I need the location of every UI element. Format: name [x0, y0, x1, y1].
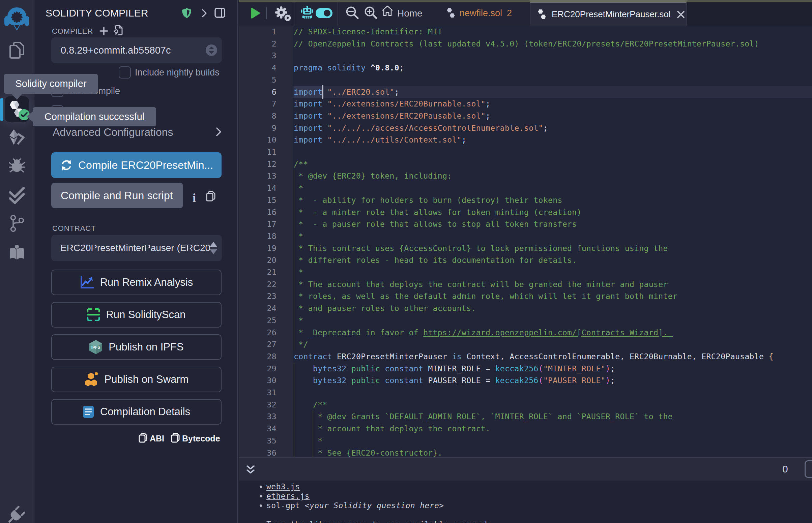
terminal-output[interactable]: web3.jsethers.jssol-gpt <your Solidity q… [239, 481, 812, 523]
publish-swarm-button[interactable]: Publish on Swarm [51, 367, 222, 392]
compile-run-label: Compile and Run script [61, 190, 173, 202]
compiler-license-file-icon[interactable] [114, 25, 123, 36]
compile-and-run-button[interactable]: Compile and Run script [51, 183, 183, 208]
code-line: 15 * - ability for holders to burn (dest… [239, 194, 812, 206]
terminal-listen-count: 0 [782, 458, 788, 481]
active-tab-top-strip [530, 0, 687, 2]
code-line: 13 * @dev {ERC20} token, including: [239, 170, 812, 182]
tooltip-solidity-compiler: Solidity compiler [4, 74, 98, 94]
compilation-details-label: Compilation Details [100, 406, 190, 418]
code-editor[interactable]: 1// SPDX-License-Identifier: MIT2// Open… [239, 25, 812, 457]
compiler-version-select[interactable]: 0.8.29+commit.ab55807c [51, 37, 222, 63]
toolbar-mini-divider [266, 7, 267, 19]
publish-swarm-label: Publish on Swarm [105, 373, 189, 385]
tab-home[interactable]: Home [397, 8, 423, 19]
compile-button-label: Compile ERC20PresetMin... [78, 159, 213, 172]
tooltip-compilation-successful: Compilation successful [33, 107, 156, 126]
terminal-expand-icon[interactable] [246, 465, 255, 474]
code-line: 19 * This contract uses {AccessControl} … [239, 242, 812, 254]
abi-copy-label[interactable]: ABI [150, 434, 164, 444]
add-compiler-icon[interactable] [99, 26, 109, 36]
copy-abi-icon[interactable] [138, 433, 148, 443]
contract-select-arrows-icon [209, 241, 218, 254]
terminal-item[interactable]: web3.js [239, 482, 812, 491]
unit-testing-icon[interactable] [0, 186, 34, 205]
file-explorer-icon[interactable] [0, 41, 34, 59]
run-solidityscan-label: Run SolidityScan [106, 309, 186, 321]
code-line: 16 * - a minter role that allows for tok… [239, 206, 812, 218]
info-icon[interactable]: i [190, 191, 198, 205]
code-line: 1// SPDX-License-Identifier: MIT [239, 25, 812, 38]
active-tab-solidity-icon [538, 9, 546, 20]
svg-text:IPFS: IPFS [91, 345, 101, 350]
copy-script-icon[interactable] [206, 191, 216, 201]
shield-icon [182, 8, 191, 18]
script-config-gear-icon[interactable] [273, 5, 291, 22]
code-line: 21 * [239, 266, 812, 278]
git-branch-icon[interactable] [0, 214, 34, 233]
code-line: 17 * - a pauser role that allows to stop… [239, 218, 812, 230]
terminal-search-box[interactable] [805, 460, 812, 478]
ai-robot-icon[interactable] [301, 6, 313, 20]
advanced-configurations[interactable]: Advanced Configurations [53, 126, 173, 139]
code-line: 12/** [239, 158, 812, 170]
publish-ipfs-label: Publish on IPFS [109, 341, 183, 353]
code-line: 3 [239, 50, 812, 62]
active-plugin-indicator [0, 98, 3, 121]
panel-title: SOLIDITY COMPILER [46, 7, 148, 19]
remix-logo-icon[interactable] [0, 7, 34, 32]
home-icon[interactable] [382, 5, 393, 17]
debugger-bug-icon[interactable] [0, 156, 34, 174]
zoom-out-icon[interactable] [345, 6, 359, 20]
code-line: 10import "../../../utils/Context.sol"; [239, 134, 812, 146]
run-remix-analysis-button[interactable]: Run Remix Analysis [51, 270, 222, 295]
code-line: 18 * [239, 230, 812, 242]
code-line: 14 * [239, 182, 812, 194]
terminal-item[interactable]: ethers.js [239, 491, 812, 501]
compile-button[interactable]: Compile ERC20PresetMin... [51, 152, 222, 178]
copy-bytecode-icon[interactable] [171, 433, 180, 443]
split-panel-icon[interactable] [214, 8, 225, 18]
panel-chevron-right-icon[interactable] [201, 9, 208, 17]
tooltip-solidity-compiler-arrow [12, 94, 22, 100]
tab-newfile[interactable]: newfile.sol [460, 8, 502, 19]
include-nightly-checkbox[interactable] [119, 66, 131, 78]
terminal-bar: 0 [239, 457, 812, 481]
deploy-run-icon[interactable] [0, 129, 34, 146]
code-line: 5 [239, 74, 812, 86]
bytecode-copy-label[interactable]: Bytecode [182, 434, 220, 444]
analysis-chart-icon [80, 276, 94, 289]
learneth-book-icon[interactable] [0, 243, 34, 262]
tab-newfile-badge: 2 [507, 8, 512, 19]
swarm-icon [84, 372, 99, 387]
publish-ipfs-button[interactable]: IPFS Publish on IPFS [51, 334, 222, 360]
toolbar-divider-2 [338, 2, 338, 25]
code-line: 4pragma solidity ^0.8.0; [239, 62, 812, 74]
run-remix-analysis-label: Run Remix Analysis [100, 276, 193, 288]
terminal-item: sol-gpt <your Solidity question here> [239, 501, 812, 510]
zoom-in-icon[interactable] [364, 6, 377, 20]
code-line: 2// OpenZeppelin Contracts (last updated… [239, 38, 812, 50]
play-run-icon[interactable] [250, 7, 260, 19]
code-line: 31 [239, 386, 812, 399]
include-nightly-label: Include nightly builds [135, 67, 219, 78]
code-line: 36 * See {ERC20-constructor}. [239, 447, 812, 457]
code-line: 23 * roles, as well as the default admin… [239, 290, 812, 302]
plugin-manager-plug-icon[interactable] [0, 505, 34, 523]
code-line: 7import "../extensions/ERC20Burnable.sol… [239, 98, 812, 110]
run-solidityscan-button[interactable]: Run SolidityScan [51, 302, 222, 327]
newfile-solidity-icon [447, 7, 455, 19]
tab-bar-empty [687, 2, 812, 25]
code-line: 29 bytes32 public constant MINTER_ROLE =… [239, 363, 812, 375]
advanced-config-chevron-icon[interactable] [215, 127, 222, 136]
refresh-icon [60, 159, 72, 171]
code-line: 20 * different roles - head to its docum… [239, 254, 812, 266]
ai-copilot-toggle[interactable] [316, 8, 333, 18]
close-tab-icon[interactable] [677, 11, 685, 19]
contract-select[interactable]: ERC20PresetMinterPauser (ERC20 [51, 235, 222, 261]
code-line: 24 * and pauser roles to other accounts. [239, 302, 812, 314]
tab-active[interactable]: ERC20PresetMinterPauser.sol [530, 2, 687, 25]
code-line: 32 /** [239, 399, 812, 411]
toolbar-divider-1 [294, 2, 294, 25]
compilation-details-button[interactable]: Compilation Details [51, 399, 222, 425]
